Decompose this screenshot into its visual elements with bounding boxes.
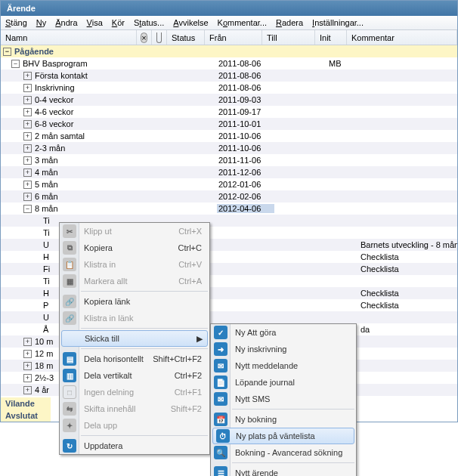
menu-inst[interactable]: Inställningar... bbox=[312, 18, 364, 27]
expand-icon[interactable]: + bbox=[23, 72, 32, 80]
submenu-item-ny-inskrivning[interactable]: ➜Ny inskrivning bbox=[211, 341, 356, 357]
expand-icon[interactable]: + bbox=[23, 338, 32, 346]
row-name: 2-3 mån bbox=[35, 144, 65, 153]
row-from: 2011-09-17 bbox=[217, 107, 274, 116]
row-from: 2011-10-06 bbox=[217, 144, 274, 153]
collapse-icon[interactable]: − bbox=[23, 205, 32, 213]
submenu-icon: ✓ bbox=[214, 326, 227, 339]
menu-item-kopiera-l-nk[interactable]: 🔗Kopiera länk bbox=[60, 293, 209, 310]
program-init: MB bbox=[327, 59, 359, 68]
row-name: H bbox=[43, 289, 49, 298]
menu-shortcut: Ctrl+F2 bbox=[175, 371, 202, 380]
submenu-item-label: Nytt meddelande bbox=[235, 361, 298, 370]
table-row[interactable]: +3 mån2011-11-06 bbox=[1, 154, 457, 166]
menu-stang[interactable]: Stäng bbox=[5, 18, 27, 27]
menu-item-dela-vertikalt[interactable]: ▥Dela vertikaltCtrl+F2 bbox=[60, 367, 209, 384]
expand-icon[interactable]: + bbox=[23, 132, 32, 141]
col-to[interactable]: Till bbox=[262, 30, 315, 45]
program-row[interactable]: − BHV Basprogram 2011-08-06 MB bbox=[1, 57, 457, 70]
group-vilande[interactable]: Vilande bbox=[1, 397, 51, 410]
col-cancel-icon[interactable]: × bbox=[137, 30, 152, 45]
menu-ny[interactable]: Ny bbox=[36, 18, 46, 27]
menu-status[interactable]: Status... bbox=[134, 18, 164, 27]
row-from: 2011-10-01 bbox=[217, 119, 274, 128]
submenu-item-nytt-sms[interactable]: ✉Nytt SMS bbox=[211, 391, 356, 407]
expand-icon[interactable]: + bbox=[23, 350, 32, 358]
table-row[interactable]: +Inskrivning2011-08-06 bbox=[1, 82, 457, 94]
menu-item-dela-horisontellt[interactable]: ▤Dela horisontelltShift+Ctrl+F2 bbox=[60, 351, 209, 367]
expand-icon[interactable]: + bbox=[23, 144, 32, 153]
row-from: 2012-04-06 bbox=[217, 204, 274, 213]
row-from: 2011-08-06 bbox=[217, 83, 274, 92]
submenu-item-ny-bokning[interactable]: 📅Ny bokning bbox=[211, 411, 356, 428]
menu-item-label: Klistra in bbox=[84, 260, 116, 269]
table-row[interactable]: +0-4 veckor2011-09-03 bbox=[1, 94, 457, 106]
expand-icon[interactable]: + bbox=[23, 386, 32, 394]
submenu-icon: 📅 bbox=[214, 413, 227, 426]
menu-item-label: Markera allt bbox=[84, 277, 127, 286]
submenu-item-nytt-meddelande[interactable]: ✉Nytt meddelande bbox=[211, 357, 356, 374]
expand-icon[interactable]: + bbox=[23, 362, 32, 370]
row-comment: Checklista bbox=[359, 301, 457, 310]
menu-item-skifta-inneh-ll: ⇆Skifta innehållShift+F2 bbox=[60, 400, 209, 417]
col-attachment-icon[interactable] bbox=[152, 30, 167, 45]
expand-icon[interactable]: + bbox=[23, 156, 32, 165]
expand-icon[interactable]: + bbox=[23, 120, 32, 128]
expand-icon[interactable]: + bbox=[23, 108, 32, 116]
submenu-item-label: Ny plats på väntelista bbox=[236, 431, 315, 440]
row-comment: da bbox=[359, 325, 457, 334]
row-from: 2012-01-06 bbox=[217, 180, 274, 189]
table-row[interactable]: +6 mån2012-02-06 bbox=[1, 190, 457, 202]
menu-andra[interactable]: Ändra bbox=[55, 18, 77, 27]
table-row[interactable]: +6-8 veckor2011-10-01 bbox=[1, 118, 457, 130]
table-row[interactable]: +2 mån samtal2011-10-06 bbox=[1, 130, 457, 142]
menu-item-kopiera[interactable]: ⧉KopieraCtrl+C bbox=[60, 240, 209, 256]
group-pagaende[interactable]: − Pågående bbox=[1, 45, 457, 57]
col-name[interactable]: Namn bbox=[1, 30, 137, 45]
expand-icon[interactable]: + bbox=[23, 84, 32, 92]
program-name: BHV Basprogram bbox=[23, 59, 88, 68]
menu-item-label: Skicka till bbox=[85, 334, 119, 343]
row-name: 18 m bbox=[35, 361, 53, 370]
expand-icon[interactable]: + bbox=[23, 193, 32, 201]
col-kommentar[interactable]: Kommentar bbox=[347, 30, 457, 45]
menu-radera[interactable]: Radera bbox=[276, 18, 303, 27]
submenu-item-bokning-avancerad-s-kning[interactable]: 🔍Bokning - Avancerad sökning bbox=[211, 444, 356, 461]
col-status[interactable]: Status bbox=[167, 30, 205, 45]
menu-kor[interactable]: Kör bbox=[112, 18, 125, 27]
menu-item-label: Kopiera bbox=[84, 243, 113, 252]
col-init[interactable]: Init bbox=[315, 30, 347, 45]
table-row[interactable]: +4-6 veckor2011-09-17 bbox=[1, 106, 457, 118]
expand-icon[interactable]: + bbox=[23, 96, 32, 104]
menu-komm[interactable]: Kommentar... bbox=[218, 18, 267, 27]
row-name: 0-4 veckor bbox=[35, 95, 73, 104]
submenu-item-label: Nytt SMS bbox=[235, 394, 270, 403]
row-name: U bbox=[43, 313, 49, 322]
row-from: 2011-11-06 bbox=[217, 156, 274, 165]
submenu-item-l-pande-journal[interactable]: 📄Löpande journal bbox=[211, 374, 356, 391]
window-title: Ärende bbox=[1, 1, 457, 16]
row-name: 4 år bbox=[35, 385, 49, 394]
menu-item-label: Klistra in länk bbox=[84, 314, 133, 323]
expand-icon[interactable]: + bbox=[23, 374, 32, 382]
table-row[interactable]: +2-3 mån2011-10-06 bbox=[1, 142, 457, 154]
submenu-item-ny-att-g-ra[interactable]: ✓Ny Att göra bbox=[211, 324, 356, 341]
col-from[interactable]: Från bbox=[205, 30, 262, 45]
row-comment: Checklista bbox=[359, 264, 457, 274]
menu-item-skicka-till[interactable]: Skicka till▶ bbox=[61, 330, 208, 347]
expand-icon[interactable]: + bbox=[23, 181, 32, 189]
menu-item-uppdatera[interactable]: ↻Uppdatera bbox=[60, 437, 209, 454]
menu-avvik[interactable]: Avvikelse bbox=[173, 18, 208, 27]
submenu-item-nytt-rende[interactable]: ☰Nytt ärende bbox=[211, 465, 356, 476]
table-row[interactable]: +Första kontakt2011-08-06 bbox=[1, 70, 457, 82]
table-row[interactable]: −8 mån2012-04-06 bbox=[1, 202, 457, 215]
collapse-icon[interactable]: − bbox=[11, 60, 20, 68]
menu-item-klipp-ut: ✂Klipp utCtrl+X bbox=[60, 223, 209, 240]
collapse-icon[interactable]: − bbox=[3, 48, 11, 56]
menu-visa[interactable]: Visa bbox=[87, 18, 103, 27]
table-row[interactable]: +5 mån2012-01-06 bbox=[1, 178, 457, 190]
expand-icon[interactable]: + bbox=[23, 168, 32, 177]
group-avslutat[interactable]: Avslutat bbox=[1, 410, 51, 422]
submenu-item-ny-plats-p-v-ntelista[interactable]: ⏱Ny plats på väntelista bbox=[212, 428, 354, 444]
table-row[interactable]: +4 mån2011-12-06 bbox=[1, 166, 457, 178]
